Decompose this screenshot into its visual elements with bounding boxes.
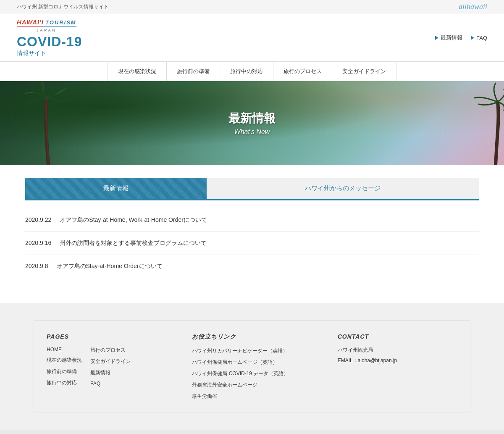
site-name-label: ハワイ州 新型コロナウイルス情報サイト	[17, 3, 109, 11]
latest-news-link[interactable]: 最新情報	[435, 34, 462, 42]
footer-useful-link[interactable]: ハワイ州リカバリーナビゲーター（英語）	[192, 347, 312, 355]
tab-latest-news[interactable]: 最新情報	[25, 178, 207, 199]
covid-title: COVID-19	[17, 34, 82, 50]
news-date: 2020.9.22	[25, 216, 51, 223]
logo-japan-text: JAPAN	[17, 28, 76, 32]
logo-brand: HAWAI'I TOURISM JAPAN	[17, 18, 82, 32]
news-title: オアフ島のStay-at-Home, Work-at-Home Orderについ…	[60, 216, 207, 223]
footer-contact-title: CONTACT	[338, 333, 457, 340]
footer-useful-title: お役立ちリンク	[192, 333, 312, 341]
news-date: 2020.9.16	[25, 239, 51, 246]
news-list-item[interactable]: 2020.9.8オアフ島のStay-at-Home Orderについて	[25, 255, 479, 278]
nav-item-ontravel[interactable]: 旅行中の対応	[220, 62, 273, 81]
nav-item-process[interactable]: 旅行のプロセス	[273, 62, 332, 81]
latest-news-label: 最新情報	[441, 34, 462, 42]
news-list-item[interactable]: 2020.9.16州外の訪問者を対象とする事前検査プログラムについて	[25, 232, 479, 255]
footer-useful-link[interactable]: ハワイ州保健局ホームページ（英語）	[192, 359, 312, 366]
footer-page-link[interactable]: 旅行のプロセス	[90, 347, 131, 354]
footer-useful-link[interactable]: ハワイ州保健局 COVID-19 データ（英語）	[192, 370, 312, 377]
footer-links: HOME現在の感染状況旅行前の準備旅行中の対応 旅行のプロセス安全ガイドライン最…	[47, 347, 166, 387]
footer-page-link[interactable]: 旅行中の対応	[47, 379, 82, 387]
footer-page-link[interactable]: 安全ガイドライン	[90, 358, 131, 365]
allhawaii-logo: allhawaii	[459, 3, 487, 11]
footer-contact-org: ハワイ州観光局	[338, 347, 457, 354]
hero-text-container: 最新情報 What's New	[228, 110, 276, 136]
nav-item-safety[interactable]: 安全ガイドライン	[332, 62, 396, 81]
tab-hawaii-message[interactable]: ハワイ州からのメッセージ	[207, 178, 479, 199]
hero-title: 最新情報	[228, 110, 276, 126]
palm-tree-left	[25, 81, 76, 165]
footer-pages-title: PAGES	[47, 333, 166, 340]
covid-title-area: COVID-19 情報サイト	[17, 34, 82, 57]
news-title: 州外の訪問者を対象とする事前検査プログラムについて	[60, 239, 207, 246]
footer-page-link[interactable]: FAQ	[90, 381, 131, 387]
footer-page-link[interactable]: 現在の感染状況	[47, 357, 82, 364]
footer: PAGES HOME現在の感染状況旅行前の準備旅行中の対応 旅行のプロセス安全ガ…	[0, 303, 504, 434]
faq-label: FAQ	[476, 35, 487, 41]
footer-useful-col: お役立ちリンク ハワイ州リカバリーナビゲーター（英語）ハワイ州保健局ホームページ…	[179, 321, 325, 413]
hero-subtitle: What's New	[228, 128, 276, 136]
tabs-section: 最新情報 ハワイ州からのメッセージ	[0, 165, 504, 200]
footer-contact-col: CONTACT ハワイ州観光局 EMAIL：aloha@htjapan.jp	[325, 321, 470, 413]
logo-container: HAWAI'I TOURISM JAPAN	[17, 18, 76, 32]
play-icon-news	[435, 36, 438, 40]
footer-page-link[interactable]: HOME	[47, 347, 82, 352]
footer-useful-link[interactable]: 厚生労働省	[192, 393, 312, 400]
tabs-container: 最新情報 ハワイ州からのメッセージ	[25, 178, 479, 200]
logo-hawaii-text: HAWAI'I	[17, 18, 44, 26]
footer-contact-email: EMAIL：aloha@htjapan.jp	[338, 357, 457, 364]
footer-page-link[interactable]: 旅行前の準備	[47, 368, 82, 375]
footer-useful-link[interactable]: 外務省海外安全ホームページ	[192, 381, 312, 389]
footer-page-link[interactable]: 最新情報	[90, 369, 131, 376]
footer-links-col2: 旅行のプロセス安全ガイドライン最新情報FAQ	[90, 347, 131, 387]
news-list-item[interactable]: 2020.9.22オアフ島のStay-at-Home, Work-at-Home…	[25, 209, 479, 232]
covid-subtitle: 情報サイト	[17, 50, 82, 57]
news-date: 2020.9.8	[25, 263, 48, 269]
tab-latest-news-label: 最新情報	[103, 184, 129, 192]
footer-links-col1: HOME現在の感染状況旅行前の準備旅行中の対応	[47, 347, 82, 387]
palm-tree-right	[470, 81, 504, 165]
content-section: 2020.9.22オアフ島のStay-at-Home, Work-at-Home…	[0, 200, 504, 303]
header: HAWAI'I TOURISM JAPAN COVID-19 情報サイト 最新情…	[0, 14, 504, 61]
news-list: 2020.9.22オアフ島のStay-at-Home, Work-at-Home…	[25, 209, 479, 278]
tab-hawaii-message-label: ハワイ州からのメッセージ	[305, 184, 381, 192]
news-title: オアフ島のStay-at-Home Orderについて	[57, 263, 163, 269]
nav-item-infection[interactable]: 現在の感染状況	[108, 62, 167, 81]
play-icon-faq	[471, 36, 474, 40]
top-bar: ハワイ州 新型コロナウイルス情報サイト allhawaii	[0, 0, 504, 14]
faq-link[interactable]: FAQ	[471, 35, 487, 41]
hero-banner: 最新情報 What's New	[0, 81, 504, 165]
footer-content: PAGES HOME現在の感染状況旅行前の準備旅行中の対応 旅行のプロセス安全ガ…	[34, 320, 470, 413]
main-nav: 現在の感染状況 旅行前の準備 旅行中の対応 旅行のプロセス 安全ガイドライン	[0, 61, 504, 81]
footer-pages-col: PAGES HOME現在の感染状況旅行前の準備旅行中の対応 旅行のプロセス安全ガ…	[34, 321, 179, 413]
header-right: 最新情報 FAQ	[435, 34, 487, 42]
footer-bottom: ハワイ州 新型コロナウイルス情報サイト © 2020 Hawai'i Touri…	[0, 430, 504, 434]
footer-inner: PAGES HOME現在の感染状況旅行前の準備旅行中の対応 旅行のプロセス安全ガ…	[0, 303, 504, 430]
nav-item-preparation[interactable]: 旅行前の準備	[167, 62, 220, 81]
footer-useful-links: ハワイ州リカバリーナビゲーター（英語）ハワイ州保健局ホームページ（英語）ハワイ州…	[192, 347, 312, 400]
logo-tourism-text: TOURISM	[45, 19, 76, 26]
logo-area: HAWAI'I TOURISM JAPAN COVID-19 情報サイト	[17, 18, 82, 57]
